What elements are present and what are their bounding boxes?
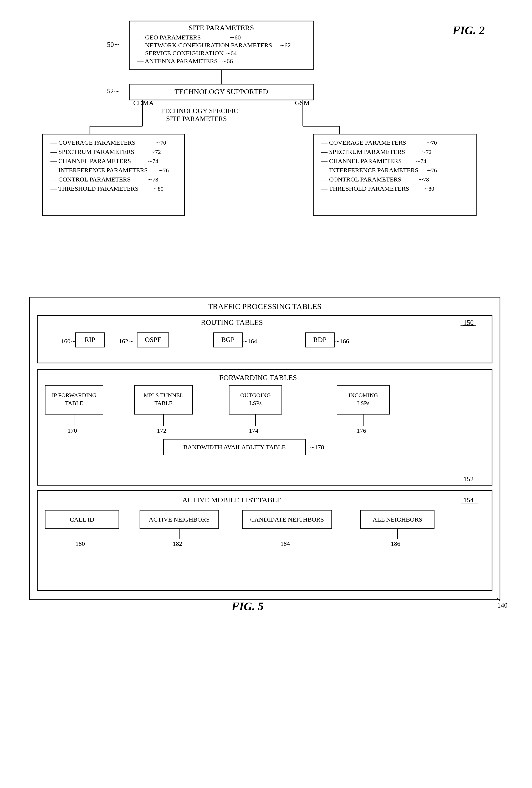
- svg-text:∼76: ∼76: [426, 167, 437, 174]
- svg-text:— COVERAGE PARAMETERS: — COVERAGE PARAMETERS: [321, 139, 406, 146]
- svg-text:— CONTROL PARAMETERS: — CONTROL PARAMETERS: [50, 176, 131, 183]
- svg-rect-69: [37, 370, 492, 485]
- svg-text:— SERVICE CONFIGURATION: — SERVICE CONFIGURATION: [137, 50, 224, 57]
- svg-text:— CONTROL PARAMETERS: — CONTROL PARAMETERS: [321, 176, 401, 183]
- svg-text:— COVERAGE PARAMETERS: — COVERAGE PARAMETERS: [50, 139, 135, 146]
- svg-text:TECHNOLOGY SPECIFIC: TECHNOLOGY SPECIFIC: [161, 107, 238, 115]
- svg-text:∼60: ∼60: [229, 34, 241, 41]
- svg-text:170: 170: [67, 427, 77, 434]
- svg-text:— NETWORK CONFIGURATION PARAME: — NETWORK CONFIGURATION PARAMETERS: [137, 42, 272, 49]
- svg-text:TECHNOLOGY SUPPORTED: TECHNOLOGY SUPPORTED: [175, 87, 268, 96]
- svg-text:— THRESHOLD PARAMETERS: — THRESHOLD PARAMETERS: [321, 185, 409, 192]
- svg-text:52∼: 52∼: [107, 87, 120, 95]
- svg-text:— SPECTRUM PARAMETERS: — SPECTRUM PARAMETERS: [321, 148, 405, 155]
- svg-text:∼80: ∼80: [153, 185, 163, 192]
- svg-text:RDP: RDP: [313, 336, 327, 343]
- svg-text:140: 140: [497, 602, 508, 609]
- svg-text:— INTERFERENCE PARAMETERS: — INTERFERENCE PARAMETERS: [321, 167, 418, 174]
- svg-text:∼78: ∼78: [418, 176, 429, 183]
- svg-text:∼70: ∼70: [426, 139, 437, 146]
- svg-text:CANDIDATE NEIGHBORS: CANDIDATE NEIGHBORS: [250, 516, 324, 523]
- svg-text:RIP: RIP: [85, 336, 95, 343]
- svg-text:GSM: GSM: [295, 99, 310, 107]
- svg-text:TABLE: TABLE: [65, 400, 83, 406]
- svg-text:CDMA: CDMA: [133, 99, 154, 107]
- svg-text:∼62: ∼62: [279, 42, 291, 49]
- svg-rect-96: [37, 491, 492, 590]
- svg-text:180: 180: [76, 540, 85, 547]
- svg-text:MPLS TUNNEL: MPLS TUNNEL: [144, 392, 183, 398]
- svg-text:162∼: 162∼: [119, 338, 134, 344]
- fig2-diagram: SITE PARAMETERS — GEO PARAMETERS ∼60 — N…: [29, 16, 503, 265]
- fig2-label: FIG. 2: [453, 24, 485, 37]
- svg-text:∼66: ∼66: [221, 58, 233, 64]
- svg-text:LSPs: LSPs: [249, 400, 262, 406]
- svg-text:FORWARDING TABLES: FORWARDING TABLES: [219, 373, 297, 382]
- svg-text:∼72: ∼72: [421, 149, 432, 155]
- svg-text:SITE PARAMETERS: SITE PARAMETERS: [189, 24, 254, 32]
- fig5-diagram: TRAFFIC PROCESSING TABLES ROUTING TABLES…: [22, 292, 510, 621]
- svg-text:TABLE: TABLE: [154, 400, 172, 406]
- svg-text:186: 186: [391, 540, 400, 547]
- svg-text:174: 174: [249, 427, 259, 434]
- svg-text:ALL NEIGHBORS: ALL NEIGHBORS: [372, 516, 422, 523]
- svg-text:ROUTING TABLES: ROUTING TABLES: [201, 318, 263, 327]
- svg-text:— CHANNEL PARAMETERS: — CHANNEL PARAMETERS: [321, 158, 402, 164]
- svg-text:FIG. 5: FIG. 5: [231, 600, 264, 613]
- svg-text:154: 154: [464, 496, 474, 504]
- svg-text:CALL ID: CALL ID: [70, 516, 94, 523]
- svg-text:172: 172: [157, 427, 166, 434]
- svg-text:SITE PARAMETERS: SITE PARAMETERS: [166, 115, 227, 122]
- svg-text:150: 150: [464, 319, 474, 327]
- svg-text:OSPF: OSPF: [145, 336, 161, 343]
- svg-rect-25: [43, 134, 185, 216]
- svg-text:∼166: ∼166: [334, 338, 349, 344]
- svg-text:TRAFFIC PROCESSING TABLES: TRAFFIC PROCESSING TABLES: [208, 302, 322, 311]
- svg-rect-53: [37, 316, 492, 363]
- svg-text:LSPs: LSPs: [357, 400, 369, 406]
- svg-text:ACTIVE MOBILE LIST TABLE: ACTIVE MOBILE LIST TABLE: [182, 496, 281, 504]
- svg-text:— GEO PARAMETERS: — GEO PARAMETERS: [137, 34, 201, 41]
- svg-text:— THRESHOLD PARAMETERS: — THRESHOLD PARAMETERS: [50, 185, 139, 192]
- svg-text:— SPECTRUM PARAMETERS: — SPECTRUM PARAMETERS: [50, 148, 134, 155]
- svg-text:∼76: ∼76: [158, 167, 169, 174]
- svg-text:∼164: ∼164: [242, 338, 257, 344]
- svg-text:182: 182: [173, 540, 182, 547]
- svg-text:ACTIVE NEIGHBORS: ACTIVE NEIGHBORS: [149, 516, 209, 523]
- svg-text:∼70: ∼70: [156, 139, 166, 146]
- svg-text:— CHANNEL PARAMETERS: — CHANNEL PARAMETERS: [50, 158, 131, 164]
- svg-text:152: 152: [464, 475, 474, 483]
- svg-text:∼78: ∼78: [148, 176, 158, 183]
- svg-text:BANDWIDTH AVAILABLITY TABLE: BANDWIDTH AVAILABLITY TABLE: [183, 444, 285, 451]
- svg-text:∼74: ∼74: [148, 158, 158, 164]
- svg-text:∼72: ∼72: [150, 149, 161, 155]
- svg-text:∼64: ∼64: [225, 50, 237, 57]
- svg-text:OUTGOING: OUTGOING: [240, 392, 271, 398]
- svg-text:50∼: 50∼: [107, 41, 120, 48]
- svg-text:INCOMING: INCOMING: [349, 392, 378, 398]
- svg-text:∼74: ∼74: [416, 158, 426, 164]
- svg-text:BGP: BGP: [221, 336, 235, 343]
- svg-text:IP FORWARDING: IP FORWARDING: [52, 392, 97, 398]
- svg-text:∼178: ∼178: [309, 444, 324, 451]
- svg-text:176: 176: [357, 427, 366, 434]
- svg-text:— INTERFERENCE PARAMETERS: — INTERFERENCE PARAMETERS: [50, 167, 148, 174]
- svg-text:∼80: ∼80: [424, 185, 434, 192]
- svg-text:— ANTENNA PARAMETERS: — ANTENNA PARAMETERS: [137, 58, 218, 64]
- svg-rect-38: [313, 134, 476, 216]
- svg-text:184: 184: [281, 540, 290, 547]
- svg-text:160∼: 160∼: [61, 338, 76, 344]
